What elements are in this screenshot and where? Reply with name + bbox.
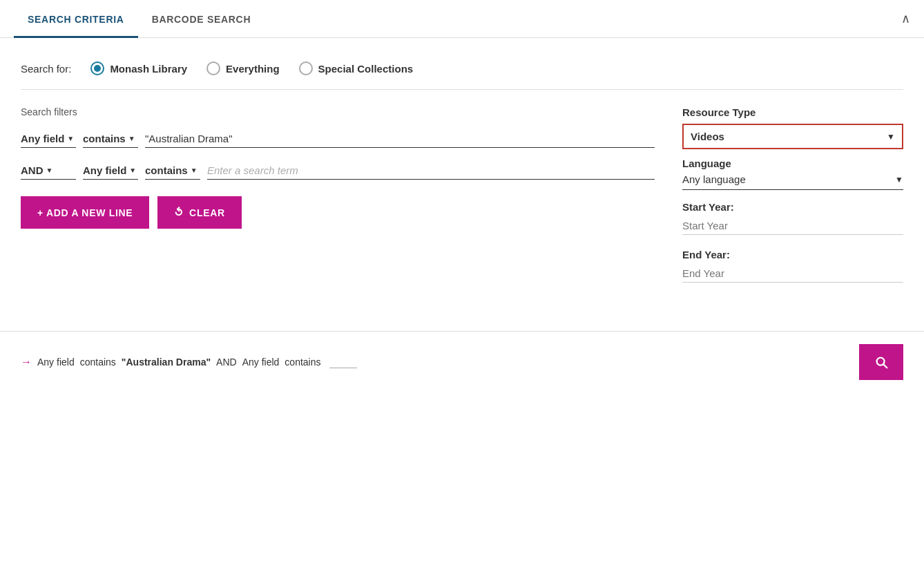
bottom-bar: → Any field contains "Australian Drama" … xyxy=(0,331,924,392)
search-icon xyxy=(874,354,889,370)
search-submit-button[interactable] xyxy=(859,344,903,380)
radio-circle-special xyxy=(299,61,313,75)
filters-left: Search filters Any field ▼ contains ▼ "A… xyxy=(21,106,655,296)
query-arrow-icon: → xyxy=(21,356,32,368)
language-label: Language xyxy=(682,158,903,169)
field-select-2-arrow: ▼ xyxy=(129,167,136,174)
chevron-up-icon[interactable]: ∧ xyxy=(901,11,910,26)
query-value1: "Australian Drama" xyxy=(122,357,211,368)
radio-circle-monash xyxy=(90,61,104,75)
tab-barcode-search[interactable]: BARCODE SEARCH xyxy=(138,0,265,38)
resource-type-label: Resource Type xyxy=(682,106,903,118)
radio-label-everything: Everything xyxy=(226,63,280,75)
add-new-line-button[interactable]: + ADD A NEW LINE xyxy=(21,196,149,229)
tab-bar: SEARCH CRITERIA BARCODE SEARCH ∧ xyxy=(0,0,924,38)
field-select-1-value: Any field xyxy=(21,133,64,144)
query-and: AND xyxy=(216,357,237,368)
query-contains2: contains xyxy=(285,357,320,368)
language-select[interactable]: Any language ▼ xyxy=(682,173,903,190)
field-select-2-value: Any field xyxy=(83,164,126,176)
operator-select-2[interactable]: contains ▼ xyxy=(145,164,200,180)
radio-everything[interactable]: Everything xyxy=(206,61,280,75)
start-year-input[interactable] xyxy=(682,217,903,235)
main-content: Search for: Monash Library Everything Sp… xyxy=(0,38,924,324)
end-year-label: End Year: xyxy=(682,249,903,260)
start-year-label: Start Year: xyxy=(682,201,903,213)
clear-button[interactable]: ↺ CLEAR xyxy=(157,196,241,229)
filter-row-2: AND ▼ Any field ▼ contains ▼ xyxy=(21,162,655,180)
tab-search-criteria[interactable]: SEARCH CRITERIA xyxy=(14,0,138,38)
buttons-row: + ADD A NEW LINE ↺ CLEAR xyxy=(21,196,655,229)
filters-right: Resource Type Videos ▼ Language Any lang… xyxy=(682,106,903,296)
field-select-1-arrow: ▼ xyxy=(67,135,74,142)
boolean-select-2-arrow: ▼ xyxy=(46,167,53,174)
resource-type-value: Videos xyxy=(691,131,724,142)
radio-monash[interactable]: Monash Library xyxy=(90,61,187,75)
language-arrow: ▼ xyxy=(895,175,903,184)
resource-type-arrow: ▼ xyxy=(887,132,895,142)
operator-select-2-arrow: ▼ xyxy=(191,167,198,174)
radio-label-monash: Monash Library xyxy=(110,63,187,75)
end-year-input[interactable] xyxy=(682,265,903,283)
operator-select-1-arrow: ▼ xyxy=(128,135,135,142)
radio-special[interactable]: Special Collections xyxy=(299,61,414,75)
operator-select-1[interactable]: contains ▼ xyxy=(83,133,138,148)
radio-label-special: Special Collections xyxy=(318,63,414,75)
boolean-select-2-value: AND xyxy=(21,164,44,176)
filter-row-1: Any field ▼ contains ▼ "Australian Drama… xyxy=(21,130,655,148)
language-value: Any language xyxy=(682,173,746,185)
filters-section: Search filters Any field ▼ contains ▼ "A… xyxy=(21,90,903,310)
operator-select-1-value: contains xyxy=(83,133,126,144)
boolean-select-2[interactable]: AND ▼ xyxy=(21,164,76,180)
query-blank xyxy=(329,357,357,368)
search-term-input-2[interactable] xyxy=(207,162,655,180)
search-filters-label: Search filters xyxy=(21,106,655,117)
query-field1: Any field xyxy=(37,357,75,368)
field-select-2[interactable]: Any field ▼ xyxy=(83,164,138,180)
search-for-row: Search for: Monash Library Everything Sp… xyxy=(21,55,903,90)
field-select-1[interactable]: Any field ▼ xyxy=(21,133,76,148)
query-contains1: contains xyxy=(80,357,116,368)
search-for-label: Search for: xyxy=(21,63,71,75)
query-field2: Any field xyxy=(242,357,280,368)
radio-circle-everything xyxy=(206,61,220,75)
clear-label: CLEAR xyxy=(189,207,225,218)
operator-select-2-value: contains xyxy=(145,164,188,176)
query-preview: → Any field contains "Australian Drama" … xyxy=(21,356,357,368)
resource-type-select[interactable]: Videos ▼ xyxy=(682,124,903,149)
clear-icon: ↺ xyxy=(171,205,187,220)
search-value-1[interactable]: "Australian Drama" xyxy=(145,130,655,148)
